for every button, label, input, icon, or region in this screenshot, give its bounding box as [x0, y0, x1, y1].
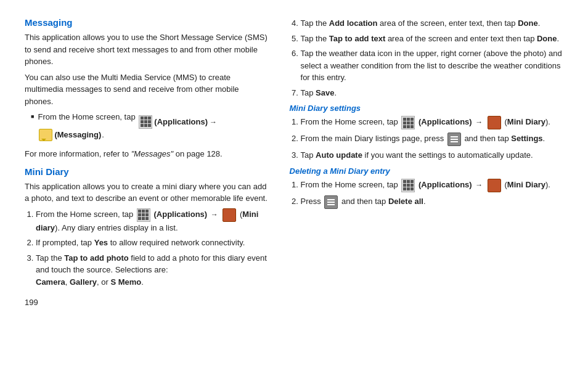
settings-step3-text: Tap Auto update if you want the settings…: [301, 150, 533, 160]
minidiary-icon-delete: [488, 179, 501, 192]
menu-icon-settings: [447, 133, 461, 146]
done-bold-5: Done: [537, 34, 557, 43]
settings-steps: From the Home screen, tap (Applications)…: [301, 116, 563, 161]
done-bold-4: Done: [518, 18, 538, 28]
menu-icon-inner-settings: [451, 136, 458, 142]
settings-step1-text: From the Home screen, tap (Applications)…: [301, 117, 550, 126]
minidiary-icon-step1: [223, 208, 236, 222]
step-2: If prompted, tap Yes to allow required n…: [36, 237, 269, 249]
right-column: Tap the Add location area of the screen,…: [284, 17, 563, 375]
settings-step-1: From the Home screen, tap (Applications)…: [301, 116, 563, 129]
tap-add-text-bold: Tap to add text: [329, 34, 385, 43]
minidiary-steps-right: Tap the Add location area of the screen,…: [301, 17, 563, 99]
step1-text: From the Home screen, tap (Applications)…: [36, 210, 258, 232]
settings-step-3: Tap Auto update if you want the settings…: [301, 149, 563, 161]
apps-icon-delete: [401, 179, 415, 192]
messaging-icon: [39, 129, 52, 141]
gallery-label: Gallery: [70, 277, 97, 287]
minidiary-icon-settings: [488, 116, 501, 129]
bullet-text: From the Home screen, tap (Applications)…: [38, 111, 218, 144]
tap-add-photo-bold: Tap to add photo: [64, 253, 128, 263]
step6-text: Tap the weather data icon in the upper, …: [301, 49, 562, 82]
delete-step-2: Press and then tap Delete all.: [301, 195, 563, 209]
arrow-step1: →: [211, 210, 218, 219]
delete-step-1: From the Home screen, tap (Applications)…: [301, 179, 563, 192]
applications-label-settings: (Applications): [419, 117, 472, 126]
settings-bold: Settings: [511, 134, 542, 143]
camera-label: Camera: [36, 277, 65, 287]
minidiary-p1: This application allows you to create a …: [25, 181, 269, 205]
apps-icon-step1: [137, 208, 150, 222]
step-5: Tap the Tap to add text area of the scre…: [301, 33, 563, 45]
minidiary-settings-title: Mini Diary settings: [290, 104, 563, 113]
step3-text: Tap the Tap to add photo field to add a …: [36, 253, 267, 287]
apps-icon-grid-step1: [138, 210, 149, 220]
arrow-settings: →: [475, 118, 483, 126]
apps-icon-grid-delete: [403, 180, 414, 190]
applications-label-delete: (Applications): [419, 180, 472, 189]
messages-link: "Messages": [131, 149, 176, 158]
step-3: Tap the Tap to add photo field to add a …: [36, 252, 269, 288]
step7-text: Tap Save.: [301, 88, 337, 97]
applications-label: (Applications): [154, 116, 208, 128]
yes-bold: Yes: [94, 238, 108, 247]
page-number: 199: [25, 298, 269, 307]
settings-step-2: From the main Diary listings page, press…: [301, 133, 563, 146]
messaging-p1: This application allows you to use the S…: [25, 31, 269, 68]
step-6: Tap the weather data icon in the upper, …: [301, 47, 563, 84]
applications-label-step1: (Applications): [153, 210, 207, 219]
delete-all-bold: Delete all: [388, 197, 423, 206]
arrow-delete: →: [475, 181, 483, 189]
step5-text: Tap the Tap to add text area of the scre…: [301, 34, 560, 43]
step-1: From the Home screen, tap (Applications)…: [36, 208, 269, 234]
delete-step2-text: Press and then tap Delete all.: [301, 197, 426, 206]
auto-update-bold: Auto update: [316, 150, 362, 160]
messaging-bullet-item: From the Home screen, tap (Applications)…: [31, 111, 269, 144]
delete-title: Deleting a Mini Diary entry: [290, 166, 563, 176]
messaging-icon2-row: (Messaging).: [38, 129, 104, 141]
settings-step2-text: From the main Diary listings page, press…: [301, 134, 545, 143]
arrow-icon: →: [210, 116, 217, 128]
apps-icon-grid-settings: [403, 118, 414, 128]
apps-icon-settings: [401, 116, 415, 129]
menu-icon-inner-delete: [327, 199, 335, 205]
minidiary-bold-delete: Mini Diary: [507, 180, 545, 189]
delete-steps: From the Home screen, tap (Applications)…: [301, 179, 563, 209]
step-7: Tap Save.: [301, 87, 563, 99]
minidiary-steps-left: From the Home screen, tap (Applications)…: [36, 208, 269, 288]
messaging-label: (Messaging): [54, 129, 101, 141]
step4-text: Tap the Add location area of the screen,…: [301, 18, 541, 28]
add-location-bold: Add location: [329, 18, 378, 28]
step-4: Tap the Add location area of the screen,…: [301, 17, 563, 30]
messaging-bullet-list: From the Home screen, tap (Applications)…: [31, 111, 269, 144]
apps-icon: [139, 115, 152, 129]
messaging-p2: You can also use the Multi Media Service…: [25, 71, 269, 108]
messaging-title: Messaging: [25, 17, 269, 28]
delete-step1-text: From the Home screen, tap (Applications)…: [301, 180, 550, 189]
minidiary-title: Mini Diary: [25, 166, 269, 177]
minidiary-bold-settings: Mini Diary: [507, 117, 545, 126]
menu-icon-delete: [324, 195, 338, 209]
apps-icon-grid: [141, 116, 151, 127]
left-column: Messaging This application allows you to…: [25, 17, 284, 375]
smemo-label: S Memo: [110, 277, 141, 287]
step2-text: If prompted, tap Yes to allow required n…: [36, 238, 245, 247]
messaging-icon-row: (Applications) →: [137, 115, 218, 129]
messaging-ref-text: For more information, refer to "Messages…: [25, 148, 269, 160]
save-bold: Save: [316, 88, 334, 97]
